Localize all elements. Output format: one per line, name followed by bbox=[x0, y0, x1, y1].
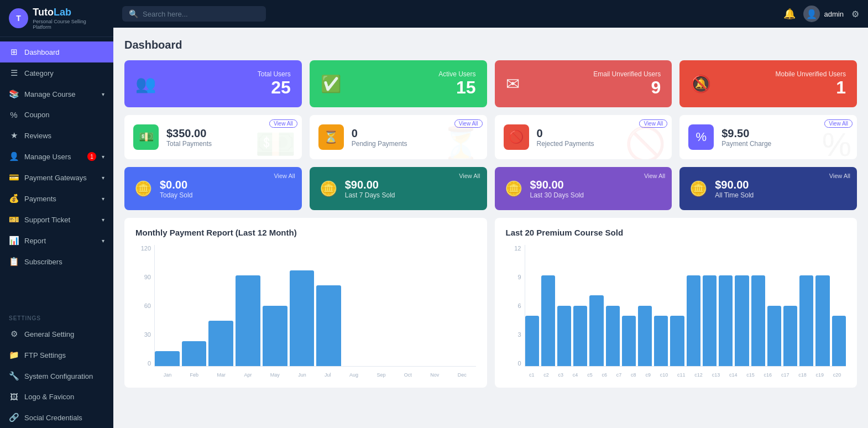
user-menu[interactable]: 👤 admin bbox=[803, 6, 844, 22]
chart-bar bbox=[155, 351, 180, 366]
x-label: c8 bbox=[631, 372, 636, 378]
y-label: 3 bbox=[506, 331, 521, 338]
nav-icon-report: 📊 bbox=[9, 236, 19, 246]
content-area: Dashboard 👥 Total Users 25 ✅ Active User… bbox=[113, 28, 868, 428]
sidebar-item-reviews[interactable]: ★ Reviews bbox=[0, 125, 113, 146]
monthly-y-labels: 1209060300 bbox=[135, 245, 151, 367]
username-label: admin bbox=[824, 10, 844, 18]
logo-icon: T bbox=[9, 8, 28, 28]
payment-card-payment-charge: % $9.50 Payment Charge View All % bbox=[679, 115, 857, 159]
stat-value-mobile-unverified: 1 bbox=[719, 78, 846, 97]
sold-label-today-sold: Today Sold bbox=[160, 191, 292, 199]
x-label: c11 bbox=[677, 372, 686, 378]
nav-icon-system-configuration: 🔧 bbox=[9, 371, 19, 381]
chart-bar bbox=[557, 306, 571, 367]
nav-menu: ⊞ Dashboard ☰ Category 📚 Manage Course ▾… bbox=[0, 37, 113, 307]
chart-bar bbox=[208, 321, 233, 366]
stat-card-mobile-unverified: 🔕 Mobile Unverified Users 1 bbox=[679, 60, 857, 107]
chart-bar bbox=[316, 285, 341, 366]
premium-chart-area: 129630 c1c2c3c4c5c6c7c8c9c10c11c12c13c14… bbox=[506, 245, 846, 378]
stat-card-total-users: 👥 Total Users 25 bbox=[124, 60, 302, 107]
sold-view-all-last30-sold[interactable]: View All bbox=[644, 173, 665, 179]
stat-info-active-users: Active Users 15 bbox=[349, 70, 476, 97]
sidebar-item-subscribers[interactable]: 📋 Subscribers bbox=[0, 251, 113, 272]
header-right: 🔔 👤 admin ⚙ bbox=[783, 6, 859, 22]
sidebar-item-logo-favicon[interactable]: 🖼 Logo & Favicon bbox=[0, 387, 113, 407]
chart-bar bbox=[290, 270, 315, 366]
nav-label-general-setting: General Setting bbox=[24, 330, 104, 338]
nav-icon-manage-users: 👤 bbox=[9, 152, 19, 161]
y-label: 12 bbox=[506, 245, 521, 252]
page-title: Dashboard bbox=[124, 39, 857, 51]
nav-icon-category: ☰ bbox=[9, 68, 19, 78]
payment-icon-total-payments: 💵 bbox=[133, 124, 159, 150]
x-label: c19 bbox=[816, 372, 824, 378]
sold-icon-today-sold: 🪙 bbox=[134, 180, 152, 197]
y-label: 9 bbox=[506, 274, 521, 280]
nav-icon-dashboard: ⊞ bbox=[9, 47, 19, 57]
logo-text: TutoLab bbox=[33, 7, 104, 18]
nav-label-dashboard: Dashboard bbox=[24, 48, 104, 56]
bell-icon[interactable]: 🔔 bbox=[783, 8, 796, 20]
chart-bar bbox=[832, 316, 846, 366]
chevron-support-ticket: ▾ bbox=[102, 217, 104, 223]
sold-amount-today-sold: $0.00 bbox=[160, 179, 292, 191]
x-label: c5 bbox=[587, 372, 593, 378]
main-area: 🔍 🔔 👤 admin ⚙ Dashboard 👥 Total Users 25… bbox=[113, 0, 868, 428]
x-label: Jun bbox=[298, 372, 306, 378]
sidebar-item-category[interactable]: ☰ Category bbox=[0, 62, 113, 83]
y-label: 60 bbox=[135, 302, 151, 309]
settings-section-title: SETTINGS bbox=[0, 307, 113, 323]
sold-info-today-sold: $0.00 Today Sold bbox=[160, 179, 292, 199]
sidebar-item-payments[interactable]: 💰 Payments ▾ bbox=[0, 188, 113, 209]
sold-info-last7-sold: $90.00 Last 7 Days Sold bbox=[345, 179, 477, 199]
sidebar-item-coupon[interactable]: % Coupon bbox=[0, 105, 113, 125]
sold-card-alltime-sold: 🪙 $90.00 All Time Sold View All bbox=[679, 167, 857, 210]
nav-icon-coupon: % bbox=[9, 110, 19, 119]
sidebar-item-social-credentials[interactable]: 🔗 Social Credentials bbox=[0, 407, 113, 428]
sidebar-item-report[interactable]: 📊 Report ▾ bbox=[0, 230, 113, 251]
x-label: c7 bbox=[616, 372, 622, 378]
nav-label-report: Report bbox=[24, 237, 96, 245]
badge-manage-users: 1 bbox=[87, 152, 96, 161]
chart-bar bbox=[589, 295, 603, 366]
x-label: Oct bbox=[404, 372, 412, 378]
sold-view-all-today-sold[interactable]: View All bbox=[274, 173, 295, 179]
x-label: c6 bbox=[602, 372, 607, 378]
payment-icon-pending-payments: ⏳ bbox=[318, 124, 344, 150]
nav-label-reviews: Reviews bbox=[24, 132, 104, 140]
stat-label-active-users: Active Users bbox=[349, 70, 476, 78]
x-label: c1 bbox=[529, 372, 535, 378]
nav-icon-logo-favicon: 🖼 bbox=[9, 392, 19, 401]
x-label: Jan bbox=[164, 372, 172, 378]
x-label: c12 bbox=[694, 372, 703, 378]
payment-icon-rejected-payments: 🚫 bbox=[504, 124, 529, 150]
x-label: c9 bbox=[645, 372, 651, 378]
chart-bar bbox=[182, 341, 207, 367]
logo-area: T TutoLab Personal Course Selling Platfo… bbox=[0, 0, 113, 37]
sidebar-item-manage-users[interactable]: 👤 Manage Users 1▾ bbox=[0, 146, 113, 167]
x-label: May bbox=[270, 372, 280, 378]
nav-label-payment-gateways: Payment Gateways bbox=[24, 174, 96, 182]
search-box[interactable]: 🔍 bbox=[122, 6, 266, 22]
bg-watermark-pending-payments: ⏳ bbox=[440, 124, 482, 159]
payment-icon-payment-charge: % bbox=[688, 124, 714, 150]
sidebar-item-manage-course[interactable]: 📚 Manage Course ▾ bbox=[0, 83, 113, 105]
sidebar-item-ftp-settings[interactable]: 📁 FTP Settings bbox=[0, 345, 113, 366]
sold-view-all-alltime-sold[interactable]: View All bbox=[829, 173, 850, 179]
gear-icon[interactable]: ⚙ bbox=[851, 9, 859, 19]
y-label: 120 bbox=[135, 245, 151, 252]
sold-view-all-last7-sold[interactable]: View All bbox=[459, 173, 480, 179]
sidebar-item-dashboard[interactable]: ⊞ Dashboard bbox=[0, 41, 113, 62]
settings-menu: ⚙ General Setting 📁 FTP Settings 🔧 Syste… bbox=[0, 323, 113, 428]
search-input[interactable] bbox=[143, 10, 259, 18]
chart-bar bbox=[735, 275, 749, 366]
sold-cards-row: 🪙 $0.00 Today Sold View All 🪙 $90.00 Las… bbox=[124, 167, 857, 210]
chart-bar bbox=[783, 306, 797, 367]
sidebar-item-support-ticket[interactable]: 🎫 Support Ticket ▾ bbox=[0, 209, 113, 230]
sidebar-item-general-setting[interactable]: ⚙ General Setting bbox=[0, 323, 113, 345]
monthly-bars bbox=[154, 245, 476, 367]
sidebar-item-system-configuration[interactable]: 🔧 System Configuration bbox=[0, 366, 113, 387]
chart-bar bbox=[654, 316, 668, 366]
sidebar-item-payment-gateways[interactable]: 💳 Payment Gateways ▾ bbox=[0, 167, 113, 188]
